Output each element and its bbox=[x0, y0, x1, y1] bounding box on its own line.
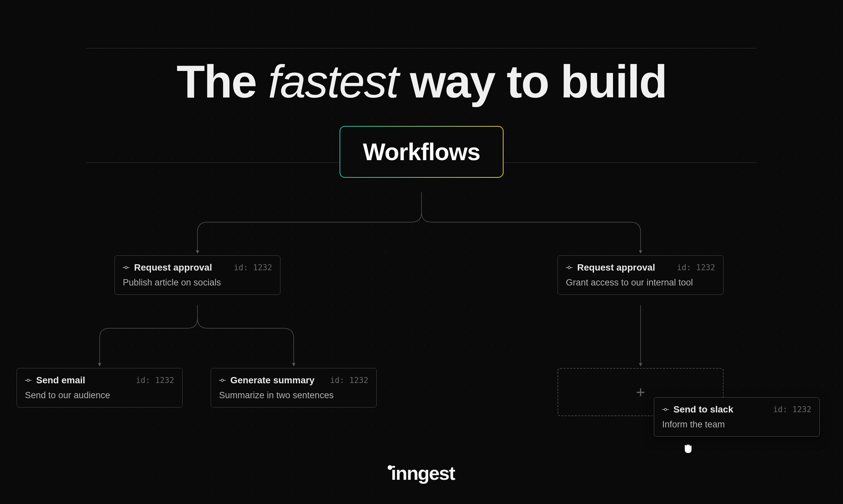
node-id: id: 1232 bbox=[773, 405, 811, 414]
node-id: id: 1232 bbox=[234, 263, 272, 272]
workflows-pill: Workflows bbox=[340, 126, 503, 178]
commit-icon bbox=[662, 406, 669, 413]
node-desc: Summarize in two sentences bbox=[219, 390, 368, 400]
node-desc: Inform the team bbox=[662, 419, 811, 430]
node-id: id: 1232 bbox=[136, 376, 174, 385]
node-title: Send email bbox=[36, 375, 131, 385]
commit-icon bbox=[25, 377, 32, 384]
svg-point-5 bbox=[125, 267, 127, 269]
divider-top bbox=[86, 48, 757, 49]
node-desc: Grant access to our internal tool bbox=[566, 277, 715, 288]
node-desc: Publish article on socials bbox=[123, 277, 272, 288]
svg-point-8 bbox=[27, 379, 30, 382]
node-desc: Send to our audience bbox=[25, 390, 174, 400]
node-send-email[interactable]: Send email id: 1232 Send to our audience bbox=[17, 368, 183, 408]
headline: The fastest way to build bbox=[0, 55, 843, 108]
node-title: Send to slack bbox=[673, 404, 768, 415]
node-id: id: 1232 bbox=[677, 263, 715, 272]
logo-text: inngest bbox=[391, 462, 455, 484]
headline-post: way to build bbox=[398, 55, 667, 107]
node-request-approval-left[interactable]: Request approval id: 1232 Publish articl… bbox=[115, 255, 280, 295]
node-send-to-slack-dragging[interactable]: Send to slack id: 1232 Inform the team bbox=[654, 397, 820, 437]
svg-point-17 bbox=[665, 409, 667, 411]
svg-point-14 bbox=[568, 267, 570, 269]
node-generate-summary[interactable]: Generate summary id: 1232 Summarize in t… bbox=[211, 368, 377, 408]
commit-icon bbox=[219, 377, 226, 384]
headline-emphasis: fastest bbox=[268, 55, 398, 107]
inngest-logo: inngest bbox=[388, 462, 455, 484]
grab-cursor-icon bbox=[681, 441, 695, 455]
plus-icon: + bbox=[636, 383, 645, 401]
workflows-label: Workflows bbox=[340, 127, 503, 177]
node-title: Generate summary bbox=[230, 375, 325, 385]
commit-icon bbox=[123, 264, 130, 271]
node-request-approval-right[interactable]: Request approval id: 1232 Grant access t… bbox=[557, 255, 724, 295]
node-title: Request approval bbox=[134, 262, 229, 273]
commit-icon bbox=[566, 264, 572, 271]
node-id: id: 1232 bbox=[330, 376, 368, 385]
svg-point-11 bbox=[221, 379, 224, 382]
headline-pre: The bbox=[176, 55, 268, 107]
node-title: Request approval bbox=[577, 262, 672, 273]
